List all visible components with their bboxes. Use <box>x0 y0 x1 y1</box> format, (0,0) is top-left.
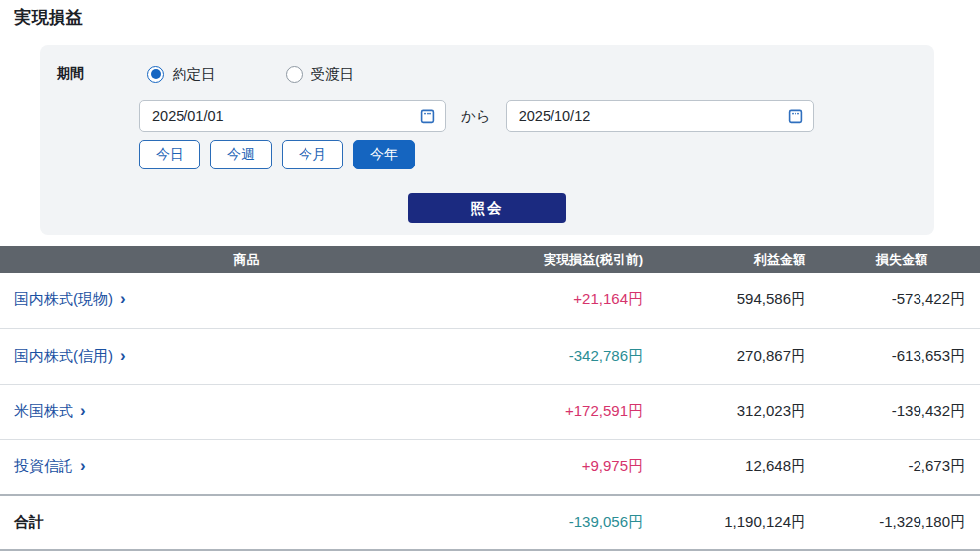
table-row: 国内株式(信用) › -342,786円 270,867円 -613,653円 <box>0 328 980 384</box>
quick-button-year[interactable]: 今年 <box>353 140 415 169</box>
realized-value: -342,786円 <box>493 328 651 384</box>
header-profit: 利益金額 <box>651 246 813 273</box>
period-row: 期間 約定日 受渡日 <box>57 62 934 86</box>
table-row: 投資信託 › +9,975円 12,648円 -2,673円 <box>0 439 980 495</box>
profit-value: 312,023円 <box>651 384 813 439</box>
total-profit-value: 1,190,124円 <box>651 495 813 550</box>
table-total-row: 合計 -139,056円 1,190,124円 -1,329,180円 <box>0 495 980 550</box>
date-from-input[interactable] <box>152 108 420 124</box>
radio-settlement-label: 約定日 <box>173 65 216 84</box>
quick-button-week[interactable]: 今週 <box>210 140 272 169</box>
chevron-right-icon: › <box>120 347 126 364</box>
submit-row: 照会 <box>40 193 934 223</box>
product-link-domestic-stock-cash[interactable]: 国内株式(現物) › <box>14 290 126 309</box>
profit-value: 270,867円 <box>651 328 813 384</box>
quick-button-today[interactable]: 今日 <box>139 140 200 169</box>
inquiry-button[interactable]: 照会 <box>408 193 566 223</box>
loss-value: -2,673円 <box>813 439 980 495</box>
total-realized-value: -139,056円 <box>493 495 651 550</box>
chevron-right-icon: › <box>80 402 86 419</box>
realized-pl-table: 商品 実現損益(税引前) 利益金額 損失金額 国内株式(現物) › +21,16… <box>0 246 980 551</box>
page-title: 実現損益 <box>14 6 980 29</box>
profit-value: 12,648円 <box>651 439 813 495</box>
header-realized: 実現損益(税引前) <box>493 246 651 273</box>
calendar-icon[interactable] <box>420 108 435 124</box>
loss-value: -613,653円 <box>813 328 980 384</box>
date-to-input[interactable] <box>519 108 788 124</box>
radio-delivery-label: 受渡日 <box>311 65 355 84</box>
header-loss: 損失金額 <box>813 246 980 273</box>
radio-button-icon[interactable] <box>286 66 303 83</box>
date-from-field[interactable] <box>139 100 446 132</box>
period-label: 期間 <box>57 65 147 83</box>
product-label: 米国株式 <box>14 402 73 421</box>
total-label: 合計 <box>0 495 493 550</box>
product-label: 国内株式(信用) <box>14 347 113 366</box>
realized-value: +9,975円 <box>493 439 651 495</box>
product-link-domestic-stock-margin[interactable]: 国内株式(信用) › <box>14 347 126 366</box>
table-row: 米国株式 › +172,591円 312,023円 -139,432円 <box>0 384 980 439</box>
product-label: 国内株式(現物) <box>14 290 113 309</box>
loss-value: -139,432円 <box>813 384 980 439</box>
range-separator: から <box>461 107 491 126</box>
realized-value: +172,591円 <box>493 384 651 439</box>
realized-value: +21,164円 <box>493 273 651 328</box>
product-label: 投資信託 <box>14 457 73 476</box>
profit-value: 594,586円 <box>651 273 813 328</box>
radio-delivery-date[interactable]: 受渡日 <box>286 65 355 84</box>
radio-settlement-date[interactable]: 約定日 <box>147 65 216 84</box>
period-filter-panel: 期間 約定日 受渡日 から <box>40 45 934 235</box>
quick-button-month[interactable]: 今月 <box>282 140 343 169</box>
product-link-us-stock[interactable]: 米国株式 › <box>14 402 86 421</box>
total-loss-value: -1,329,180円 <box>813 495 980 550</box>
table-row: 国内株式(現物) › +21,164円 594,586円 -573,422円 <box>0 273 980 328</box>
date-to-field[interactable] <box>506 100 814 132</box>
product-link-investment-trust[interactable]: 投資信託 › <box>14 457 86 476</box>
chevron-right-icon: › <box>120 290 126 307</box>
header-product: 商品 <box>0 246 493 273</box>
radio-button-icon[interactable] <box>147 66 164 83</box>
table-header-row: 商品 実現損益(税引前) 利益金額 損失金額 <box>0 246 980 273</box>
loss-value: -573,422円 <box>813 273 980 328</box>
quick-range-row: 今日 今週 今月 今年 <box>139 140 934 169</box>
chevron-right-icon: › <box>80 457 86 474</box>
date-range-row: から <box>139 100 934 132</box>
calendar-icon[interactable] <box>788 108 803 124</box>
